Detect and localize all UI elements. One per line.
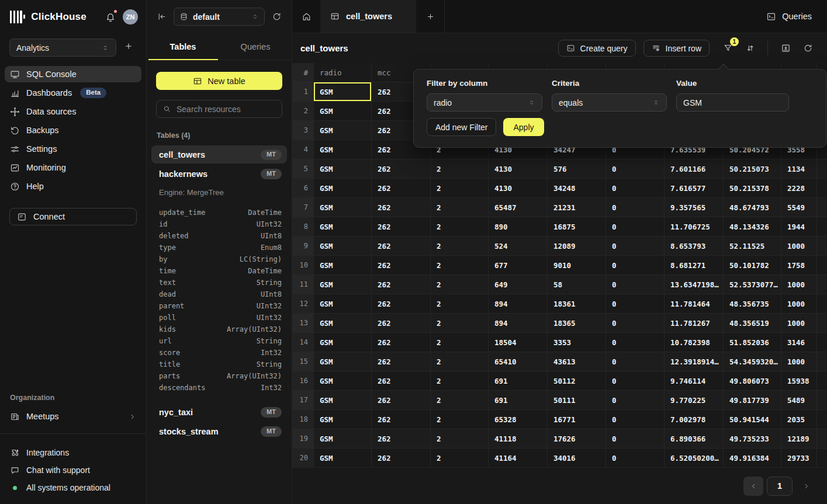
table-cell[interactable]: 262: [372, 179, 431, 198]
table-cell[interactable]: GSM: [314, 198, 372, 217]
search-input[interactable]: [177, 105, 282, 114]
column-header[interactable]: #: [292, 63, 314, 82]
sidebar-item-data-sources[interactable]: Data sources: [5, 103, 141, 120]
table-cell[interactable]: 29733: [781, 449, 817, 468]
table-cell[interactable]: 50111: [548, 391, 606, 410]
table-cell[interactable]: 12089: [548, 237, 606, 256]
table-cell[interactable]: 2: [431, 237, 489, 256]
table-cell[interactable]: GSM: [314, 237, 372, 256]
tab-tables[interactable]: Tables: [147, 33, 219, 60]
table-cell[interactable]: 4130: [489, 179, 548, 198]
table-cell[interactable]: GSM: [314, 256, 372, 275]
table-cell[interactable]: GSM: [314, 121, 372, 140]
table-cell[interactable]: 0: [606, 410, 665, 429]
table-cell[interactable]: 677: [489, 256, 548, 275]
table-cell[interactable]: 1134: [781, 159, 817, 179]
table-cell[interactable]: 58: [548, 275, 606, 294]
sidebar-item-sql-console[interactable]: SQL Console: [5, 66, 141, 82]
table-cell[interactable]: 2: [431, 275, 489, 294]
table-cell[interactable]: 0: [606, 391, 665, 410]
table-cell[interactable]: 262: [372, 391, 431, 410]
row-number[interactable]: 16: [292, 371, 314, 391]
add-new-filter-button[interactable]: Add new Filter: [427, 118, 496, 136]
new-table-button[interactable]: New table: [156, 72, 282, 90]
table-cell[interactable]: 1000: [781, 294, 817, 314]
refresh-button[interactable]: [799, 40, 816, 57]
row-number[interactable]: 19: [292, 429, 314, 449]
next-page-button[interactable]: [796, 477, 816, 496]
table-cell[interactable]: 2: [431, 159, 489, 179]
table-cell[interactable]: 0: [606, 179, 665, 198]
row-number[interactable]: 8: [292, 217, 314, 237]
table-cell[interactable]: 65410: [489, 352, 548, 371]
new-tab-button[interactable]: [416, 0, 445, 33]
sidebar-item-help[interactable]: Help: [5, 178, 141, 194]
table-cell[interactable]: 2: [431, 352, 489, 371]
row-number[interactable]: 4: [292, 140, 314, 159]
row-number[interactable]: 6: [292, 179, 314, 198]
table-cell[interactable]: 1000: [781, 314, 817, 333]
table-cell[interactable]: 48.356519: [724, 314, 781, 333]
row-number[interactable]: 9: [292, 237, 314, 256]
table-list-item-cell_towers[interactable]: cell_towersMT: [151, 145, 287, 164]
table-cell[interactable]: 262: [372, 294, 431, 314]
table-cell[interactable]: 894: [489, 314, 548, 333]
table-cell[interactable]: 52.5373077…: [724, 275, 781, 294]
table-cell[interactable]: 21231: [548, 198, 606, 217]
row-number[interactable]: 2: [292, 102, 314, 121]
sort-button[interactable]: [741, 40, 759, 57]
table-cell[interactable]: 890: [489, 217, 548, 237]
table-cell[interactable]: 10.782398: [665, 333, 724, 352]
table-cell[interactable]: 2: [431, 391, 489, 410]
table-cell[interactable]: 41164: [489, 449, 548, 468]
table-cell[interactable]: 48.356735: [724, 294, 781, 314]
table-cell[interactable]: 0: [606, 237, 665, 256]
table-cell[interactable]: 1758: [781, 256, 817, 275]
table-cell[interactable]: 262: [372, 333, 431, 352]
table-cell[interactable]: 894: [489, 294, 548, 314]
create-query-button[interactable]: Create query: [558, 40, 636, 57]
table-cell[interactable]: GSM: [314, 391, 372, 410]
table-cell[interactable]: GSM: [314, 217, 372, 237]
table-cell[interactable]: 41118: [489, 429, 548, 449]
notifications-button[interactable]: [103, 10, 117, 24]
table-cell[interactable]: 0: [606, 275, 665, 294]
row-number[interactable]: 20: [292, 449, 314, 468]
table-cell[interactable]: 16771: [548, 410, 606, 429]
table-cell[interactable]: 2: [431, 410, 489, 429]
table-cell[interactable]: 7.601166: [665, 159, 724, 179]
table-cell[interactable]: 2228: [781, 179, 817, 198]
database-selector[interactable]: default: [174, 8, 265, 26]
table-cell[interactable]: 1000: [781, 275, 817, 294]
row-number[interactable]: 17: [292, 391, 314, 410]
table-cell[interactable]: 262: [372, 159, 431, 179]
table-cell[interactable]: 4130: [489, 159, 548, 179]
table-cell[interactable]: 34016: [548, 449, 606, 468]
table-cell[interactable]: 9.357565: [665, 198, 724, 217]
table-cell[interactable]: 48.134326: [724, 217, 781, 237]
table-cell[interactable]: 18365: [548, 314, 606, 333]
filter-criteria-select[interactable]: equals: [552, 93, 667, 112]
sidebar-item-all-systems-operational[interactable]: All systems operational: [0, 479, 146, 496]
row-number[interactable]: 1: [292, 82, 314, 102]
table-cell[interactable]: 52.11525: [724, 237, 781, 256]
table-cell[interactable]: 262: [372, 352, 431, 371]
row-number[interactable]: 3: [292, 121, 314, 140]
table-cell[interactable]: GSM: [314, 179, 372, 198]
row-number[interactable]: 10: [292, 256, 314, 275]
avatar[interactable]: ZN: [123, 9, 138, 25]
home-button[interactable]: [292, 0, 320, 33]
table-cell[interactable]: 6.890366: [665, 429, 724, 449]
table-cell[interactable]: 262: [372, 371, 431, 391]
table-cell[interactable]: 49.806073: [724, 371, 781, 391]
table-cell[interactable]: 524: [489, 237, 548, 256]
remove-filter-button[interactable]: [802, 100, 813, 111]
sidebar-item-monitoring[interactable]: Monitoring: [5, 159, 141, 176]
table-cell[interactable]: GSM: [314, 159, 372, 179]
sidebar-item-settings[interactable]: Settings: [5, 141, 141, 157]
table-cell[interactable]: 262: [372, 217, 431, 237]
connect-button[interactable]: Connect: [9, 208, 137, 225]
table-cell[interactable]: 3146: [781, 333, 817, 352]
table-cell[interactable]: 262: [372, 237, 431, 256]
table-cell[interactable]: 50112: [548, 371, 606, 391]
